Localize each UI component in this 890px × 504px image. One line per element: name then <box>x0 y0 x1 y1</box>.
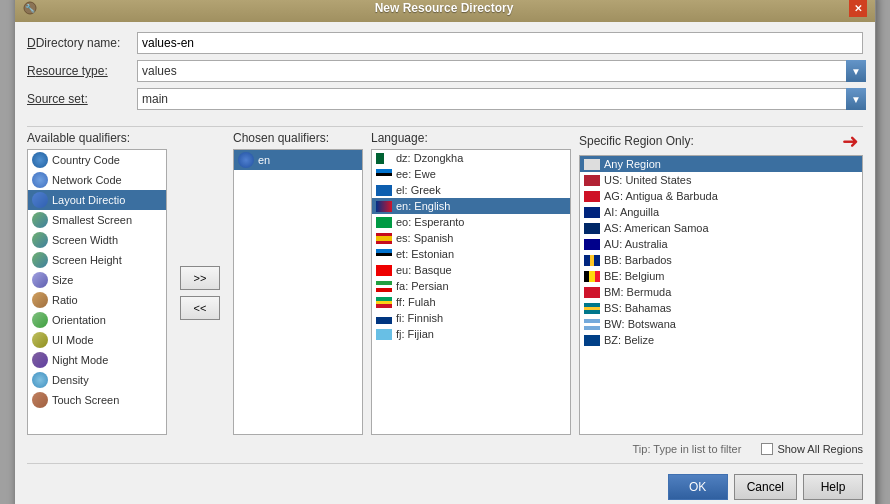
qualifier-icon <box>32 192 48 208</box>
show-all-regions-checkbox[interactable] <box>761 443 773 455</box>
language-label: eo: Esperanto <box>396 216 465 228</box>
available-qualifier-item[interactable]: Country Code <box>28 150 166 170</box>
chosen-qualifiers-list[interactable]: en <box>233 149 363 435</box>
region-flag <box>584 287 600 298</box>
source-set-row: Source set: main ▼ <box>27 88 863 110</box>
qualifier-icon <box>32 332 48 348</box>
qualifier-icon <box>32 152 48 168</box>
chosen-qualifier-item[interactable]: en <box>234 150 362 170</box>
region-item[interactable]: AG: Antigua & Barbuda <box>580 188 862 204</box>
titlebar: 🔧 New Resource Directory ✕ <box>15 0 875 22</box>
language-item[interactable]: eu: Basque <box>372 262 570 278</box>
language-item[interactable]: es: Spanish <box>372 230 570 246</box>
region-label: AI: Anguilla <box>604 206 659 218</box>
language-flag <box>376 329 392 340</box>
available-qualifier-item[interactable]: Density <box>28 370 166 390</box>
region-item[interactable]: BM: Bermuda <box>580 284 862 300</box>
language-item[interactable]: en: English <box>372 198 570 214</box>
available-qualifier-item[interactable]: Screen Width <box>28 230 166 250</box>
available-qualifier-item[interactable]: Touch Screen <box>28 390 166 410</box>
available-qualifier-item[interactable]: Smallest Screen <box>28 210 166 230</box>
bottom-divider <box>27 463 863 464</box>
qualifier-label: Screen Width <box>52 234 118 246</box>
source-set-dropdown-arrow[interactable]: ▼ <box>846 88 866 110</box>
region-item[interactable]: BS: Bahamas <box>580 300 862 316</box>
region-item[interactable]: AI: Anguilla <box>580 204 862 220</box>
region-flag <box>584 271 600 282</box>
source-set-label: Source set: <box>27 92 137 106</box>
language-item[interactable]: eo: Esperanto <box>372 214 570 230</box>
language-item[interactable]: ee: Ewe <box>372 166 570 182</box>
qualifier-label: Layout Directio <box>52 194 125 206</box>
language-label: en: English <box>396 200 450 212</box>
language-item[interactable]: fj: Fijian <box>372 326 570 342</box>
qualifier-icon <box>32 172 48 188</box>
available-qualifiers-label: Available qualifiers: <box>27 131 167 145</box>
help-button[interactable]: Help <box>803 474 863 500</box>
chosen-qualifier-icon <box>238 152 254 168</box>
available-qualifier-item[interactable]: Night Mode <box>28 350 166 370</box>
available-qualifier-item[interactable]: Size <box>28 270 166 290</box>
region-flag <box>584 255 600 266</box>
language-item[interactable]: ff: Fulah <box>372 294 570 310</box>
show-all-regions-row[interactable]: Show All Regions <box>761 443 863 455</box>
region-item[interactable]: Any Region <box>580 156 862 172</box>
resource-type-label: Resource type: <box>27 64 137 78</box>
region-label: BB: Barbados <box>604 254 672 266</box>
qualifier-icon <box>32 212 48 228</box>
available-qualifier-item[interactable]: UI Mode <box>28 330 166 350</box>
available-qualifier-item[interactable]: Ratio <box>28 290 166 310</box>
language-item[interactable]: dz: Dzongkha <box>372 150 570 166</box>
region-item[interactable]: BB: Barbados <box>580 252 862 268</box>
qualifier-label: UI Mode <box>52 334 94 346</box>
region-item[interactable]: BZ: Belize <box>580 332 862 348</box>
tip-text: Tip: Type in list to filter <box>27 443 741 455</box>
close-button[interactable]: ✕ <box>849 0 867 17</box>
available-qualifier-item[interactable]: Orientation <box>28 310 166 330</box>
language-item[interactable]: et: Estonian <box>372 246 570 262</box>
region-label: BZ: Belize <box>604 334 654 346</box>
language-item[interactable]: fi: Finnish <box>372 310 570 326</box>
language-list[interactable]: dz: Dzongkhaee: Eweel: Greeken: Englishe… <box>371 149 571 435</box>
region-item[interactable]: US: United States <box>580 172 862 188</box>
form-area: DDirectory name: Resource type: values ▼… <box>15 22 875 122</box>
add-qualifier-button[interactable]: >> <box>180 266 220 290</box>
qualifier-label: Size <box>52 274 73 286</box>
region-item[interactable]: BW: Botswana <box>580 316 862 332</box>
qualifier-label: Night Mode <box>52 354 108 366</box>
resource-type-dropdown-arrow[interactable]: ▼ <box>846 60 866 82</box>
qualifier-label: Screen Height <box>52 254 122 266</box>
language-label: et: Estonian <box>396 248 454 260</box>
region-item[interactable]: BE: Belgium <box>580 268 862 284</box>
chosen-qualifiers-label: Chosen qualifiers: <box>233 131 363 145</box>
language-item[interactable]: fa: Persian <box>372 278 570 294</box>
region-label: BM: Bermuda <box>604 286 671 298</box>
new-resource-directory-dialog: 🔧 New Resource Directory ✕ DDirectory na… <box>14 0 876 504</box>
dialog-icon: 🔧 <box>23 0 39 16</box>
region-flag <box>584 159 600 170</box>
show-all-regions-label: Show All Regions <box>777 443 863 455</box>
language-label: ff: Fulah <box>396 296 436 308</box>
language-label: el: Greek <box>396 184 441 196</box>
available-qualifier-item[interactable]: Network Code <box>28 170 166 190</box>
ok-button[interactable]: OK <box>668 474 728 500</box>
region-label: AS: American Samoa <box>604 222 709 234</box>
region-label: US: United States <box>604 174 691 186</box>
region-flag <box>584 319 600 330</box>
region-flag <box>584 223 600 234</box>
region-flag <box>584 239 600 250</box>
region-item[interactable]: AS: American Samoa <box>580 220 862 236</box>
region-item[interactable]: AU: Australia <box>580 236 862 252</box>
cancel-button[interactable]: Cancel <box>734 474 797 500</box>
region-list[interactable]: Any RegionUS: United StatesAG: Antigua &… <box>579 155 863 435</box>
remove-qualifier-button[interactable]: << <box>180 296 220 320</box>
available-qualifiers-list[interactable]: Country CodeNetwork CodeLayout DirectioS… <box>27 149 167 435</box>
language-flag <box>376 169 392 180</box>
directory-name-input[interactable] <box>137 32 863 54</box>
language-item[interactable]: el: Greek <box>372 182 570 198</box>
resource-type-row: Resource type: values ▼ <box>27 60 863 82</box>
available-qualifier-item[interactable]: Screen Height <box>28 250 166 270</box>
main-content: Available qualifiers: Country CodeNetwor… <box>15 131 875 441</box>
region-flag <box>584 335 600 346</box>
available-qualifier-item[interactable]: Layout Directio <box>28 190 166 210</box>
